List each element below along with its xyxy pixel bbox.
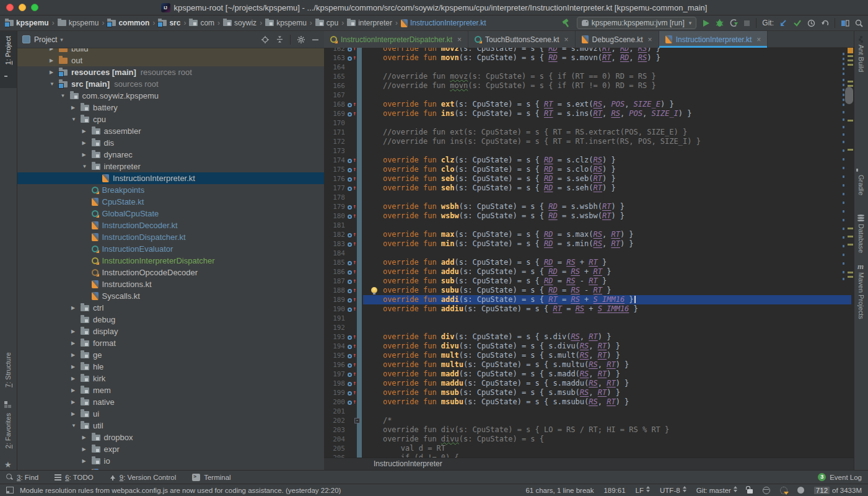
code-line[interactable]: 192 xyxy=(324,323,854,332)
code-line[interactable]: 191 xyxy=(324,314,854,323)
tree-item[interactable]: ▼interpreter xyxy=(17,161,324,172)
editor-tab[interactable]: InstructionInterpreter.kt× xyxy=(659,31,768,48)
gear-icon[interactable] xyxy=(297,35,305,44)
tree-item[interactable]: ▶resources [main]resources root xyxy=(17,66,324,78)
override-method-gutter-icon[interactable]: ↑ xyxy=(348,213,357,220)
code-line[interactable]: 195↑ override fun mult(s: CpuState) = s … xyxy=(324,351,854,360)
code-line[interactable]: 163↑ override fun movn(s: CpuState) = s … xyxy=(324,53,854,63)
tree-item[interactable]: ▶kirk xyxy=(17,373,324,384)
code-line[interactable]: 193↑ override fun div(s: CpuState) = s {… xyxy=(324,332,854,342)
editor-tab[interactable]: DebugScene.kt× xyxy=(576,31,659,48)
code-line[interactable]: 164 xyxy=(324,63,854,72)
tree-item[interactable]: ▶out xyxy=(17,55,324,66)
tree-expand-arrow-icon[interactable]: ▶ xyxy=(82,446,92,452)
tree-item[interactable]: ▶battery xyxy=(17,102,324,113)
tree-item[interactable]: debug xyxy=(17,314,324,326)
event-log-button[interactable]: 3 Event Log xyxy=(818,473,862,481)
code-line[interactable]: 169↑ override fun ins(s: CpuState) = s {… xyxy=(324,109,854,118)
tree-item[interactable]: ▶ge xyxy=(17,349,324,361)
editor-breadcrumb[interactable]: InstructionInterpreter xyxy=(324,458,854,470)
tree-item[interactable]: ▶dynarec xyxy=(17,149,324,161)
tab-close-icon[interactable]: × xyxy=(564,35,569,44)
code-line[interactable]: 168↑ override fun ext(s: CpuState) = s {… xyxy=(324,100,854,109)
override-method-gutter-icon[interactable]: ↑ xyxy=(348,241,357,248)
fold-region-icon[interactable]: - xyxy=(354,418,360,423)
tool-button-todo[interactable]: 6: TODO xyxy=(55,474,94,481)
breadcrumb-item[interactable]: src xyxy=(158,19,180,27)
run-configuration-select[interactable]: kpspemu:kpspemu:jvm [run] ▾ xyxy=(577,17,697,29)
tree-expand-arrow-icon[interactable]: ▶ xyxy=(82,128,92,134)
tree-item[interactable]: ▶display xyxy=(17,326,324,337)
override-method-gutter-icon[interactable]: ↑ xyxy=(348,101,357,108)
tree-expand-arrow-icon[interactable]: ▶ xyxy=(71,411,81,417)
code-line[interactable]: 200↑ override fun msubu(s: CpuState) = s… xyxy=(324,397,854,407)
override-method-gutter-icon[interactable]: ↑ xyxy=(348,259,357,267)
code-line[interactable]: 188↑ override fun subu(s: CpuState) = s … xyxy=(324,286,854,295)
tree-collapse-arrow-icon[interactable]: ▼ xyxy=(61,93,70,99)
tree-expand-arrow-icon[interactable]: ▶ xyxy=(50,69,59,75)
tree-expand-arrow-icon[interactable]: ▶ xyxy=(71,340,81,346)
tool-button-terminal[interactable]: Terminal xyxy=(192,474,230,481)
override-method-gutter-icon[interactable]: ↑ xyxy=(348,203,357,211)
tree-expand-arrow-icon[interactable]: ▶ xyxy=(82,458,92,464)
override-method-gutter-icon[interactable]: ↑ xyxy=(348,166,357,174)
line-separator-select[interactable]: LF xyxy=(636,486,650,494)
tab-close-icon[interactable]: × xyxy=(756,35,761,44)
breadcrumb-item[interactable]: kpspemu xyxy=(5,19,49,27)
tree-item[interactable]: ▶ctrl xyxy=(17,302,324,314)
code-line[interactable]: 175↑ override fun clo(s: CpuState) = s {… xyxy=(324,165,854,174)
editor-tab[interactable]: TouchButtonsScene.kt× xyxy=(468,31,575,48)
tree-collapse-arrow-icon[interactable]: ▼ xyxy=(71,117,81,122)
tree-expand-arrow-icon[interactable]: ▶ xyxy=(50,58,59,63)
error-stripe-scrollbar[interactable] xyxy=(840,48,854,458)
code-line[interactable]: 165 //override fun movz(s: CpuState) = s… xyxy=(324,72,854,81)
gradle-sync-icon[interactable] xyxy=(780,487,787,494)
tool-button-favorites[interactable]: 2: Favorites xyxy=(4,413,12,448)
code-line[interactable]: 194↑ override fun divu(s: CpuState) = s … xyxy=(324,342,854,351)
override-method-gutter-icon[interactable]: ↑ xyxy=(348,352,357,360)
code-line[interactable]: 203 override fun div(s: CpuState) = s { … xyxy=(324,425,854,435)
override-method-gutter-icon[interactable]: ↑ xyxy=(348,296,357,304)
override-method-gutter-icon[interactable]: ↑ xyxy=(348,231,357,239)
readonly-lock-icon[interactable] xyxy=(747,489,753,494)
code-line[interactable]: 180↑ override fun wsbw(s: CpuState) = s … xyxy=(324,211,854,221)
code-line[interactable]: 189↑ override fun addi(s: CpuState) = s … xyxy=(324,295,854,304)
override-method-gutter-icon[interactable]: ↑ xyxy=(348,175,357,183)
breadcrumb-item[interactable]: kpspemu xyxy=(265,19,307,27)
override-method-gutter-icon[interactable]: ↑ xyxy=(348,399,357,406)
encoding-select[interactable]: UTF-8 xyxy=(660,486,686,494)
code-line[interactable]: 204 override fun divu(s: CpuState) = s { xyxy=(324,435,854,444)
override-method-gutter-icon[interactable]: ↑ xyxy=(348,268,357,276)
tree-expand-arrow-icon[interactable]: ▶ xyxy=(71,352,81,358)
tree-expand-arrow-icon[interactable]: ▶ xyxy=(82,152,92,157)
editor-tab[interactable]: InstructionInterpreterDispatcher.kt× xyxy=(324,31,468,48)
tree-item[interactable]: Syscalls.kt xyxy=(17,290,324,302)
tree-item[interactable]: ▼cpu xyxy=(17,113,324,125)
tree-item[interactable]: ▶expr xyxy=(17,443,324,455)
code-line[interactable]: 185↑ override fun add(s: CpuState) = s {… xyxy=(324,258,854,267)
override-method-gutter-icon[interactable]: ↑ xyxy=(348,287,357,294)
debug-button[interactable] xyxy=(716,19,724,27)
code-line[interactable]: 187↑ override fun sub(s: CpuState) = s {… xyxy=(324,277,854,286)
commit-check-icon[interactable] xyxy=(793,19,802,27)
code-line[interactable]: 172 //override fun ins(s: CpuState) = s … xyxy=(324,137,854,146)
tree-item[interactable]: ▼util xyxy=(17,420,324,432)
tree-item[interactable]: GlobalCpuState xyxy=(17,208,324,219)
tool-window-toggle-icon[interactable] xyxy=(6,487,14,494)
code-line[interactable]: 162↑ override fun movz(s: CpuState) = s … xyxy=(324,48,854,53)
code-line[interactable]: 205 val d = RT xyxy=(324,444,854,453)
code-line[interactable]: 167 xyxy=(324,91,854,100)
tree-expand-arrow-icon[interactable]: ▶ xyxy=(71,329,81,334)
chevron-down-icon[interactable]: ▾ xyxy=(60,37,63,43)
tab-close-icon[interactable]: × xyxy=(457,35,462,44)
code-line[interactable]: 201 xyxy=(324,407,854,416)
code-line[interactable]: 173 xyxy=(324,146,854,156)
override-method-gutter-icon[interactable]: ↑ xyxy=(348,371,357,378)
tool-button-ant-build[interactable]: Ant Build xyxy=(857,45,865,72)
search-everywhere-icon[interactable] xyxy=(855,19,863,27)
tree-item[interactable]: InstructionInterpreterDispatcher xyxy=(17,255,324,267)
tree-item[interactable]: InstructionEvaluator xyxy=(17,243,324,255)
tree-expand-arrow-icon[interactable]: ▶ xyxy=(71,376,81,381)
tree-item[interactable]: ▶assembler xyxy=(17,125,324,137)
tree-item[interactable]: ▼src [main]sources root xyxy=(17,78,324,90)
